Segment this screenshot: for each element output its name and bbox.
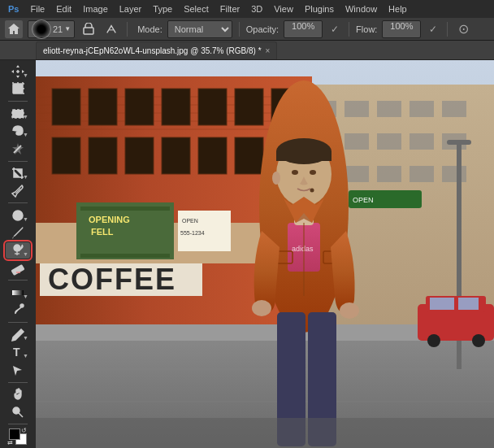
- photo-canvas: COFFEE OPENING FELL OPEN 555-1234 OPEN: [36, 60, 494, 448]
- tool-marquee[interactable]: ▼: [6, 106, 30, 122]
- divider-4: [447, 22, 448, 37]
- svg-rect-17: [12, 290, 24, 295]
- airbrush-icon[interactable]: ⊙: [454, 20, 472, 38]
- mode-select[interactable]: Normal Multiply Screen Overlay: [167, 20, 232, 38]
- main-area: ▼ ▼ ▼ ▼ ▼: [0, 60, 494, 448]
- svg-rect-63: [235, 137, 263, 174]
- menu-plugins[interactable]: Plugins: [300, 2, 339, 15]
- tool-pen[interactable]: ▼: [6, 327, 30, 343]
- svg-rect-30: [377, 101, 401, 117]
- tool-sep-2: [8, 161, 28, 162]
- menu-window[interactable]: Window: [340, 2, 382, 15]
- menu-help[interactable]: Help: [384, 2, 412, 15]
- flow-input[interactable]: 100%: [382, 20, 421, 38]
- tool-sep-1: [8, 101, 28, 102]
- svg-point-96: [340, 302, 359, 319]
- svg-rect-54: [162, 89, 190, 125]
- tool-brush[interactable]: [6, 225, 30, 241]
- tool-heal-arrow: ▼: [23, 216, 28, 222]
- svg-rect-87: [276, 151, 332, 161]
- menu-ps[interactable]: Ps: [3, 2, 24, 15]
- svg-rect-61: [162, 137, 190, 174]
- tool-gradient[interactable]: ▼: [6, 285, 30, 301]
- brush-size-value: 21: [53, 24, 63, 34]
- tool-hand[interactable]: [6, 386, 30, 402]
- svg-point-90: [272, 172, 280, 185]
- toolbar: ▼ ▼ ▼ ▼ ▼: [0, 60, 36, 448]
- svg-rect-62: [198, 137, 227, 174]
- menu-file[interactable]: File: [25, 2, 50, 15]
- home-icon[interactable]: [5, 20, 23, 38]
- menu-layer[interactable]: Layer: [115, 2, 147, 15]
- svg-rect-60: [125, 137, 154, 174]
- svg-rect-41: [344, 166, 369, 182]
- tool-type-arrow: ▼: [23, 353, 28, 359]
- tool-pen-arrow: ▼: [23, 335, 28, 341]
- tool-eraser[interactable]: [6, 260, 30, 276]
- svg-point-105: [427, 334, 440, 347]
- menu-image[interactable]: Image: [78, 2, 113, 15]
- svg-text:adidas: adidas: [292, 245, 314, 253]
- svg-rect-100: [447, 140, 471, 145]
- divider-3: [349, 22, 349, 37]
- svg-rect-103: [430, 298, 454, 310]
- tool-eyedropper[interactable]: [6, 183, 30, 199]
- svg-point-88: [292, 170, 298, 175]
- svg-point-95: [252, 300, 271, 316]
- svg-rect-53: [125, 89, 154, 125]
- svg-rect-52: [89, 89, 117, 125]
- brush-mode-icon[interactable]: [80, 20, 98, 38]
- menu-filter[interactable]: Filter: [215, 2, 245, 15]
- menu-edit[interactable]: Edit: [51, 2, 76, 15]
- tool-gradient-arrow: ▼: [23, 294, 28, 299]
- foreground-bg-colors[interactable]: ↺ ⇄: [6, 428, 30, 445]
- tab-bar: eliott-reyna-jCEpN62oWL4-unsplash.jpg @ …: [0, 41, 494, 60]
- tool-zoom[interactable]: [6, 404, 30, 420]
- divider-2: [239, 22, 240, 37]
- tool-sep-4: [8, 280, 28, 281]
- tab-close-button[interactable]: ×: [266, 46, 271, 55]
- divider-1: [127, 22, 128, 37]
- opacity-input[interactable]: 100%: [284, 20, 323, 38]
- tool-lasso[interactable]: ▼: [6, 123, 30, 139]
- svg-rect-1: [13, 84, 23, 94]
- tool-artboard[interactable]: [6, 81, 30, 98]
- tool-lasso-arrow: ▼: [23, 132, 28, 137]
- tool-move[interactable]: ▼: [6, 63, 30, 80]
- menu-3d[interactable]: 3D: [246, 2, 267, 15]
- menu-view[interactable]: View: [269, 2, 298, 15]
- tool-path-selection[interactable]: [6, 362, 30, 378]
- active-tab[interactable]: eliott-reyna-jCEpN62oWL4-unsplash.jpg @ …: [36, 41, 277, 59]
- svg-point-106: [472, 334, 485, 347]
- menu-select[interactable]: Select: [179, 2, 214, 15]
- tool-marquee-arrow: ▼: [23, 114, 28, 120]
- tool-crop-arrow: ▼: [23, 174, 28, 180]
- svg-text:OPENING: OPENING: [89, 215, 130, 224]
- brush-dropdown-icon: ▼: [64, 25, 71, 33]
- tool-type[interactable]: T ▼: [6, 344, 30, 360]
- flow-pressure-icon[interactable]: ✓: [426, 22, 440, 37]
- svg-text:555-1234: 555-1234: [180, 230, 205, 236]
- tool-sep-6: [8, 382, 28, 383]
- svg-rect-70: [80, 207, 170, 211]
- svg-rect-104: [458, 298, 479, 310]
- canvas-area[interactable]: COFFEE OPENING FELL OPEN 555-1234 OPEN: [36, 60, 494, 448]
- tool-magic-wand[interactable]: [6, 141, 30, 157]
- svg-point-89: [310, 170, 316, 175]
- brush-pressure-icon[interactable]: [102, 20, 120, 38]
- svg-rect-43: [410, 166, 434, 182]
- svg-rect-37: [410, 133, 434, 150]
- tool-stamp[interactable]: ▼: [6, 242, 30, 259]
- tool-sep-5: [8, 322, 28, 323]
- svg-rect-71: [80, 254, 170, 258]
- svg-rect-58: [52, 137, 80, 174]
- menu-type[interactable]: Type: [148, 2, 177, 15]
- svg-point-18: [20, 304, 24, 307]
- tool-crop[interactable]: ▼: [6, 165, 30, 181]
- tool-dodge[interactable]: [6, 302, 30, 319]
- svg-rect-35: [344, 133, 369, 150]
- svg-rect-29: [344, 101, 369, 117]
- tool-heal[interactable]: ▼: [6, 207, 30, 224]
- opacity-pressure-icon[interactable]: ✓: [327, 22, 342, 37]
- brush-preset-picker[interactable]: 21 ▼: [28, 20, 75, 38]
